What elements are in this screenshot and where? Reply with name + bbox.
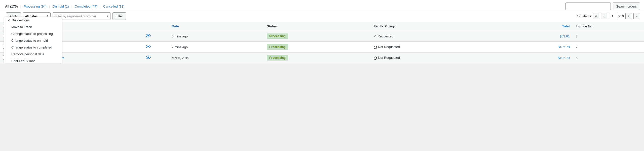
toolbar-right: 175 items « ‹ of 9 › » <box>577 13 640 19</box>
table-row: #742 Devesh PluginHiveMar 5, 2019Process… <box>0 53 644 63</box>
pagination-current-input[interactable] <box>609 13 616 19</box>
pagination-next-button[interactable]: › <box>625 13 632 19</box>
tab-count-completed: (47) <box>91 5 97 8</box>
row-date: 7 mins ago <box>172 45 188 49</box>
status-badge: Processing <box>267 55 288 61</box>
row-date: Mar 5, 2019 <box>172 56 189 60</box>
search-orders-input[interactable] <box>565 3 611 10</box>
fedex-status: Not Requested <box>378 56 400 60</box>
svg-point-7 <box>147 57 149 58</box>
items-count: 175 items <box>577 14 591 18</box>
dropdown-item-change-processing[interactable]: Change status to processing <box>4 30 62 37</box>
tabs-container: All (175)|Processing (94)|On hold (1)|Co… <box>4 5 125 8</box>
tab-label-all: All <box>5 5 10 8</box>
tab-count-all: (175) <box>10 5 18 8</box>
eye-icon[interactable] <box>146 45 151 49</box>
dropdown-item-label-move-to-trash: Move to Trash <box>11 25 32 29</box>
tab-cancelled[interactable]: Cancelled (33) <box>102 3 126 10</box>
row-invoice-cell: 6 <box>573 53 644 63</box>
eye-icon[interactable] <box>146 34 151 38</box>
tab-count-on-hold: (1) <box>65 5 69 8</box>
row-date: 5 mins ago <box>172 34 188 38</box>
fedex-circle-icon <box>374 46 377 49</box>
tab-count-cancelled: (33) <box>119 5 124 8</box>
orders-tbody: 5 mins agoProcessing✓Requested$53.6187 m… <box>0 31 644 63</box>
dropdown-item-label-remove-personal: Remove personal data <box>11 52 44 56</box>
filter-tabs-left: All (175)|Processing (94)|On hold (1)|Co… <box>4 5 565 8</box>
bulk-actions-dropdown: Bulk ActionsMove to TrashChange status t… <box>4 17 62 63</box>
filter-tabs-bar: All (175)|Processing (94)|On hold (1)|Co… <box>0 0 644 10</box>
toolbar: Bulk ActionsMove to TrashChange status t… <box>0 10 644 22</box>
row-total-cell: $102.70 <box>501 53 573 63</box>
table-row: 5 mins agoProcessing✓Requested$53.618 <box>0 31 644 42</box>
dropdown-item-label-change-processing: Change status to processing <box>11 32 53 36</box>
fedex-status: Not Requested <box>378 45 400 49</box>
row-invoice: 7 <box>576 45 578 49</box>
dropdown-item-label-change-on-hold: Change status to on-hold <box>11 39 48 42</box>
status-badge: Processing <box>267 33 288 39</box>
tab-processing[interactable]: Processing (94) <box>23 3 48 10</box>
row-fedex-cell: Not Requested <box>371 53 501 63</box>
search-orders-button[interactable]: Search orders <box>613 3 640 10</box>
col-header-date[interactable]: Date <box>169 22 264 31</box>
tab-separator: | <box>100 5 100 8</box>
row-total: $102.70 <box>558 45 570 49</box>
pagination-of-label: of <box>618 14 621 18</box>
dropdown-item-move-to-trash[interactable]: Move to Trash <box>4 24 62 30</box>
status-badge: Processing <box>267 44 288 50</box>
dropdown-item-change-on-hold[interactable]: Change status to on-hold <box>4 37 62 44</box>
fedex-status: Requested <box>377 34 393 38</box>
tab-on-hold[interactable]: On hold (1) <box>51 3 70 10</box>
dropdown-item-print-fedex[interactable]: Print FedEx label <box>4 58 62 63</box>
dropdown-item-label-bulk-actions: Bulk Actions <box>12 18 30 22</box>
row-invoice-cell: 7 <box>573 42 644 53</box>
row-fedex-cell: Not Requested <box>371 42 501 53</box>
row-total-cell: $53.61 <box>501 31 573 42</box>
row-date-cell: 7 mins ago <box>169 42 264 53</box>
dropdown-item-remove-personal[interactable]: Remove personal data <box>4 51 62 58</box>
row-status-cell: Processing <box>264 42 371 53</box>
table-row: 7 mins agoProcessingNot Requested$102.70… <box>0 42 644 53</box>
dropdown-item-bulk-actions[interactable]: Bulk Actions <box>4 17 62 24</box>
row-status-cell: Processing <box>264 31 371 42</box>
tab-separator: | <box>49 5 50 8</box>
row-view-cell <box>143 31 169 42</box>
tab-all[interactable]: All (175) <box>4 3 19 11</box>
tab-label-cancelled: Cancelled <box>103 5 119 8</box>
dropdown-item-change-completed[interactable]: Change status to completed <box>4 44 62 51</box>
pagination-prev-button[interactable]: ‹ <box>601 13 607 19</box>
pagination-last-button[interactable]: » <box>633 13 640 19</box>
tab-count-processing: (94) <box>41 5 47 8</box>
filter-button[interactable]: Filter <box>112 12 126 20</box>
pagination-total: 9 <box>622 14 624 18</box>
fedex-checkmark: ✓ <box>374 34 376 38</box>
row-fedex-cell: ✓Requested <box>371 31 501 42</box>
col-header-status: Status <box>264 22 371 31</box>
col-header-view <box>143 22 169 31</box>
eye-icon[interactable] <box>146 56 151 60</box>
pagination-first-button[interactable]: « <box>593 13 599 19</box>
col-header-total[interactable]: Total <box>501 22 573 31</box>
svg-point-3 <box>147 35 149 36</box>
tab-separator: | <box>71 5 72 8</box>
row-date-cell: Mar 5, 2019 <box>169 53 264 63</box>
row-invoice: 6 <box>576 56 578 60</box>
col-header-invoice: Invoice No. <box>573 22 644 31</box>
row-status-cell: Processing <box>264 53 371 63</box>
table-header-row: Date Status FedEx Pickup Total Invoice N… <box>0 22 644 31</box>
row-total-cell: $102.70 <box>501 42 573 53</box>
row-date-cell: 5 mins ago <box>169 31 264 42</box>
row-total: $102.70 <box>558 56 570 60</box>
tab-label-processing: Processing <box>24 5 41 8</box>
fedex-circle-icon <box>374 57 377 60</box>
filter-tabs-right: Search orders <box>565 3 640 10</box>
row-view-cell <box>143 53 169 63</box>
page-wrapper: All (175)|Processing (94)|On hold (1)|Co… <box>0 0 644 63</box>
row-invoice: 8 <box>576 34 578 38</box>
row-view-cell <box>143 42 169 53</box>
dropdown-item-label-change-completed: Change status to completed <box>11 45 52 49</box>
dropdown-item-label-print-fedex: Print FedEx label <box>11 59 36 63</box>
tab-completed[interactable]: Completed (47) <box>74 3 98 10</box>
row-invoice-cell: 8 <box>573 31 644 42</box>
tab-label-on-hold: On hold <box>52 5 65 8</box>
